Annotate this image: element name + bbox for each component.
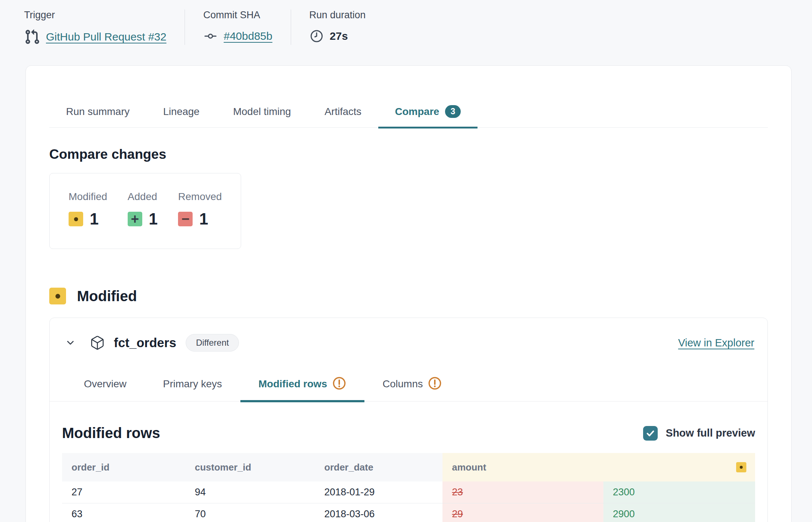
modified-rows-heading: Modified rows [62,425,160,441]
stat-added-label: Added [128,191,158,203]
duration-value: 27s [330,30,348,42]
column-header-order-id: order_id [62,453,185,481]
table-cell: 2018-03-06 [315,503,442,522]
modified-badge-icon [69,212,83,226]
dot-icon [74,217,78,221]
commit-label: Commit SHA [203,9,272,21]
tab-artifacts[interactable]: Artifacts [308,105,378,127]
dot-icon [740,466,743,469]
model-cube-icon [90,335,105,350]
warning-icon [428,376,442,390]
checkbox-checked-icon[interactable] [643,426,658,441]
view-in-explorer-link[interactable]: View in Explorer [678,337,754,349]
duration-group: Run duration 27s [291,9,384,45]
column-header-amount-modified [603,453,755,481]
column-header-amount: amount [442,453,603,481]
commit-group: Commit SHA #40bd85b [185,9,290,45]
added-badge-icon [128,212,142,226]
modified-section-label: Modified [77,288,137,304]
tab-model-timing[interactable]: Model timing [216,105,308,127]
minus-icon [181,212,189,226]
table-cell: 2018-01-29 [315,481,442,503]
compare-changes-heading: Compare changes [49,147,768,162]
show-full-preview-toggle[interactable]: Show full preview [643,426,755,441]
table-cell: 94 [185,481,315,503]
table-cell-old-value: 29 [442,503,603,522]
modified-column-badge-icon [736,462,746,472]
column-header-order-date: order_date [315,453,442,481]
modified-section-icon [49,288,66,304]
show-full-preview-label: Show full preview [666,427,755,439]
stat-added: Added 1 [128,191,158,228]
compare-count-badge: 3 [445,105,461,118]
model-tabs: Overview Primary keys Modified rows Colu… [50,377,767,402]
table-cell: 63 [62,503,185,522]
modified-rows-panel: Modified rows Show full preview order_id… [50,425,767,522]
stat-modified-label: Modified [69,191,107,203]
dot-icon [55,294,60,299]
status-pill: Different [186,334,239,352]
stat-removed-label: Removed [178,191,222,203]
stat-removed: Removed 1 [178,191,222,228]
tab-columns[interactable]: Columns [364,377,460,401]
model-card-fct-orders: fct_orders Different View in Explorer Ov… [49,318,768,522]
tab-run-summary[interactable]: Run summary [49,105,146,127]
trigger-label: Trigger [24,9,166,21]
trigger-link[interactable]: GitHub Pull Request #32 [46,31,166,43]
tab-modified-rows[interactable]: Modified rows [240,377,364,401]
stat-removed-count: 1 [199,210,208,228]
table-cell: 70 [185,503,315,522]
stat-modified-count: 1 [90,210,98,228]
model-name: fct_orders [114,335,176,350]
tab-compare[interactable]: Compare 3 [378,105,477,127]
chevron-down-icon[interactable] [65,337,76,348]
run-detail-card: Run summary Lineage Model timing Artifac… [26,65,792,522]
run-header: Trigger GitHub Pull Request #32 Commit S… [0,0,812,45]
table-cell: 27 [62,481,185,503]
stat-modified: Modified 1 [69,191,107,228]
table-cell-new-value: 2300 [603,481,755,503]
model-card-header: fct_orders Different View in Explorer [50,318,767,352]
duration-label: Run duration [309,9,366,21]
compare-summary-box: Modified 1 Added 1 Removed 1 [49,173,241,249]
commit-icon [203,29,218,43]
warning-icon [332,376,346,390]
plus-icon [131,212,139,226]
pull-request-icon [24,29,40,45]
tab-overview[interactable]: Overview [66,377,145,401]
stat-added-count: 1 [149,210,158,228]
clock-icon [309,29,324,43]
column-header-customer-id: customer_id [185,453,315,481]
commit-sha-link[interactable]: #40bd85b [224,30,272,42]
table-cell-old-value: 23 [442,481,603,503]
modified-rows-table: order_id customer_id order_date amount 2… [62,453,755,522]
modified-section-title: Modified [49,288,768,304]
tab-lineage[interactable]: Lineage [146,105,216,127]
table-cell-new-value: 2900 [603,503,755,522]
removed-badge-icon [178,212,193,226]
tab-primary-keys[interactable]: Primary keys [145,377,240,401]
trigger-group: Trigger GitHub Pull Request #32 [24,9,185,45]
run-tabs: Run summary Lineage Model timing Artifac… [49,105,768,128]
